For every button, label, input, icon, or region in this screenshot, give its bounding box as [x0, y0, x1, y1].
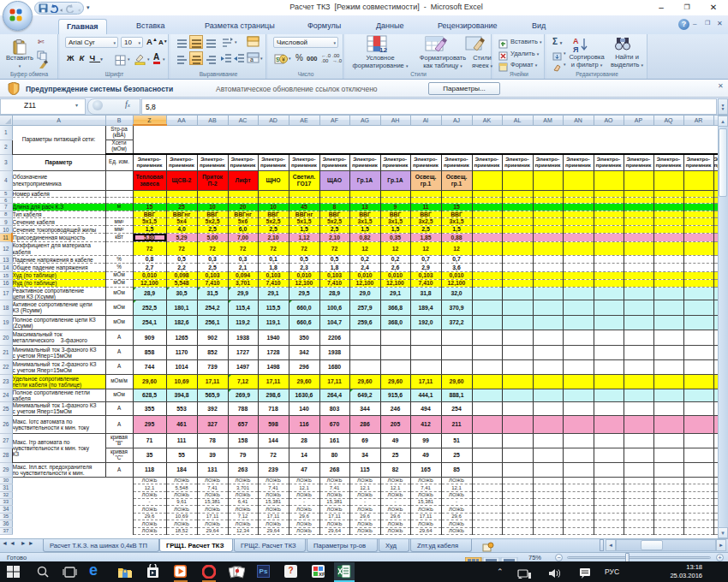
svg-text:Я: Я: [573, 45, 578, 53]
svg-text:XP: XP: [319, 572, 325, 577]
svg-text:¥: ¥: [282, 56, 285, 62]
svg-text:А: А: [573, 37, 579, 45]
svg-text:a: a: [250, 56, 254, 62]
svg-text:12: 12: [379, 46, 387, 54]
